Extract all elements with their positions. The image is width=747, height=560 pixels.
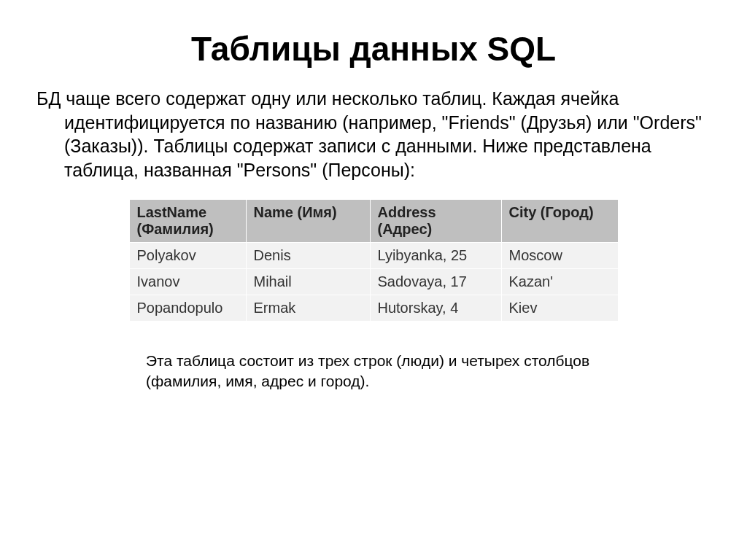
footer-note: Эта таблица состоит из трех строк (люди)… [146,351,657,392]
col-header-city: City (Город) [501,200,618,243]
table-row: Polyakov Denis Lyibyanka, 25 Moscow [129,243,618,269]
cell-lastname: Polyakov [129,243,246,269]
slide-title: Таблицы данных SQL [36,29,711,69]
persons-table: LastName (Фамилия) Name (Имя) Address (А… [129,199,619,322]
intro-paragraph: БД чаще всего содержат одну или нескольк… [36,87,711,182]
cell-name: Mihail [246,269,370,295]
table-row: Ivanov Mihail Sadovaya, 17 Kazan' [129,269,618,295]
col-header-name: Name (Имя) [246,200,370,243]
cell-address: Sadovaya, 17 [370,269,501,295]
cell-lastname: Popandopulo [129,295,246,322]
cell-lastname: Ivanov [129,269,246,295]
cell-city: Kazan' [501,269,618,295]
cell-name: Ermak [246,295,370,322]
cell-address: Lyibyanka, 25 [370,243,501,269]
cell-address: Hutorskay, 4 [370,295,501,322]
col-header-lastname: LastName (Фамилия) [129,200,246,243]
col-header-address: Address (Адрес) [370,200,501,243]
cell-name: Denis [246,243,370,269]
table-container: LastName (Фамилия) Name (Имя) Address (А… [36,199,711,322]
table-header-row: LastName (Фамилия) Name (Имя) Address (А… [129,200,618,243]
cell-city: Moscow [501,243,618,269]
cell-city: Kiev [501,295,618,322]
table-row: Popandopulo Ermak Hutorskay, 4 Kiev [129,295,618,322]
